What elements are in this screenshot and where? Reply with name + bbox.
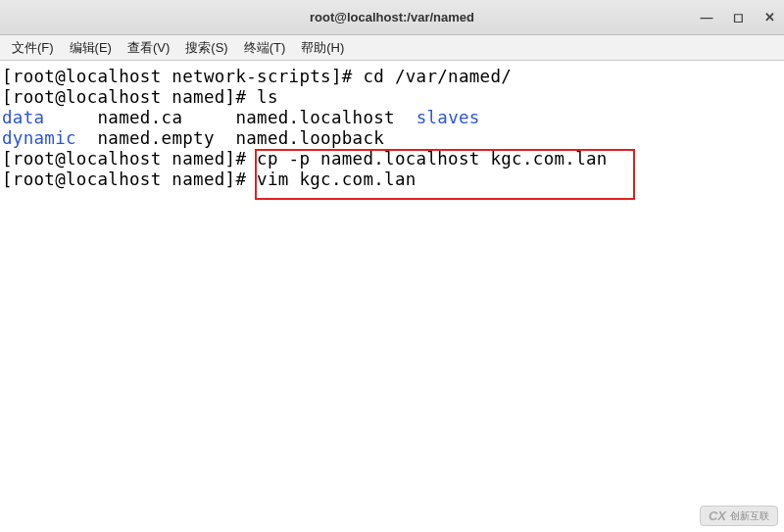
titlebar: root@localhost:/var/named — ◻ ✕	[0, 0, 784, 35]
ls-dir-dynamic: dynamic	[2, 128, 76, 148]
ls-file: named.localhost	[235, 108, 395, 127]
menu-help[interactable]: 帮助(H)	[295, 37, 350, 59]
ls-file: named.loopback	[235, 128, 384, 148]
terminal-area[interactable]: [root@localhost network-scripts]# cd /va…	[0, 61, 784, 532]
prompt: [root@localhost named]#	[2, 149, 257, 169]
menubar: 文件(F) 编辑(E) 查看(V) 搜索(S) 终端(T) 帮助(H)	[0, 35, 784, 61]
window-controls: — ◻ ✕	[700, 11, 776, 24]
ls-dir-slaves: slaves	[416, 108, 480, 127]
menu-edit[interactable]: 编辑(E)	[64, 37, 118, 59]
command-ls: ls	[257, 87, 278, 107]
menu-view[interactable]: 查看(V)	[122, 37, 175, 59]
close-button[interactable]: ✕	[762, 11, 776, 24]
menu-file[interactable]: 文件(F)	[6, 37, 60, 59]
prompt: [root@localhost network-scripts]#	[2, 67, 363, 86]
prompt: [root@localhost named]#	[2, 87, 257, 107]
window-title: root@localhost:/var/named	[310, 10, 474, 24]
ls-dir-data: data	[2, 108, 44, 127]
minimize-button[interactable]: —	[700, 11, 713, 24]
watermark-icon: CX	[709, 508, 726, 523]
ls-file: named.empty	[98, 128, 215, 148]
maximize-button[interactable]: ◻	[731, 11, 745, 24]
command-cd: cd /var/named/	[363, 67, 512, 86]
command-cp: cp -p named.localhost kgc.com.lan	[257, 149, 608, 169]
menu-terminal[interactable]: 终端(T)	[238, 37, 292, 59]
prompt: [root@localhost named]#	[2, 169, 257, 189]
command-vim: vim kgc.com.lan	[257, 169, 416, 189]
menu-search[interactable]: 搜索(S)	[179, 37, 233, 59]
watermark: CX 创新互联	[700, 506, 778, 526]
watermark-text: 创新互联	[730, 509, 769, 523]
ls-file: named.ca	[98, 108, 183, 127]
